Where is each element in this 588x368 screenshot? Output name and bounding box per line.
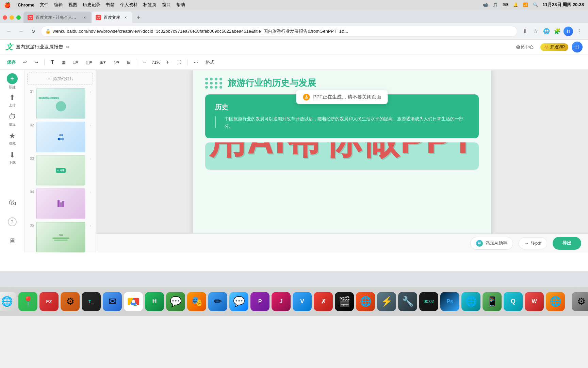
export-button[interactable]: 导出 (553, 237, 581, 250)
slide-thumb-5[interactable]: 内容 (36, 222, 85, 252)
menubar-keyboard-icon: ⌨ (503, 2, 508, 7)
sidebar-device[interactable]: 🖥 (3, 232, 21, 250)
apple-menu[interactable]: 🍎 (4, 2, 11, 8)
dock-app-q[interactable]: Q (504, 292, 523, 311)
dock-idea[interactable]: J (272, 292, 291, 311)
zoom-in-button[interactable]: + (164, 58, 172, 66)
align-button[interactable]: ⊞▾ (97, 58, 109, 67)
slide-expand-5[interactable]: › (87, 222, 93, 228)
dock-hbuilder[interactable]: H (145, 292, 164, 311)
translate-icon[interactable]: 🌐 (542, 27, 551, 36)
sidebar-new[interactable]: + 新建 (3, 73, 21, 90)
dock-app-blue2[interactable]: ✏ (208, 292, 227, 311)
tab-1-close[interactable]: ✕ (82, 15, 87, 20)
dock-vscode[interactable]: V (293, 292, 312, 311)
text-button[interactable]: T (48, 58, 57, 67)
slide-expand-1[interactable]: › (87, 88, 93, 94)
dock-wps[interactable]: W (525, 292, 544, 311)
to-pdf-button[interactable]: → 转pdf (519, 237, 547, 249)
dock-app-dark2[interactable]: ⚡ (377, 292, 396, 311)
more-button[interactable]: ⋯ (191, 58, 201, 67)
back-button[interactable]: ← (4, 27, 14, 36)
dock-filezilla[interactable]: FZ (39, 292, 59, 311)
sidebar-help[interactable]: ? (3, 213, 21, 231)
dock-script[interactable]: ⚙ (61, 292, 80, 311)
menubar-history[interactable]: 历史记录 (83, 2, 100, 8)
user-avatar[interactable]: H (572, 42, 583, 52)
bookmark-icon[interactable]: ☆ (531, 27, 540, 36)
menubar-chrome[interactable]: Chrome (18, 2, 34, 7)
chrome-menu-icon[interactable]: ⋮ (574, 27, 584, 36)
sidebar-favorites[interactable]: ★ 收藏 (3, 130, 21, 148)
slide-thumb-2[interactable]: 目录 (36, 122, 85, 152)
forward-button[interactable]: → (16, 27, 26, 36)
dock-app-red2[interactable]: ✗ (314, 292, 333, 311)
rotate-button[interactable]: ↻▾ (111, 58, 122, 67)
arrange-button[interactable]: ◫▾ (83, 58, 95, 67)
slide-thumb-1[interactable]: 国内旅游行业发展报告 (36, 88, 85, 119)
dock-photoshop[interactable]: Ps (440, 292, 459, 311)
dock-messages[interactable]: 💬 (229, 292, 248, 311)
shape-button[interactable]: □▾ (70, 58, 81, 67)
member-center-btn[interactable]: 会员中心 (512, 43, 537, 51)
dock-app-chrome3[interactable]: 🌐 (546, 292, 565, 311)
dock-app-teal2[interactable]: 🌐 (461, 292, 480, 311)
slide-expand-4[interactable]: › (87, 188, 93, 195)
tab-1[interactable]: 文 百度文库 - 让每个人平等地提... ✕ (23, 12, 92, 23)
menubar-profiles[interactable]: 个人资料 (120, 2, 138, 8)
add-slide-button[interactable]: ＋ 添加幻灯片 (27, 73, 93, 85)
edit-title-icon[interactable]: ✏ (66, 44, 70, 50)
table-button[interactable]: ▦ (59, 58, 68, 67)
fullscreen-button[interactable]: ⛶ (174, 58, 184, 67)
dock-wechat[interactable]: 💬 (166, 292, 185, 311)
reload-button[interactable]: ↻ (29, 27, 38, 36)
sidebar-shop[interactable]: 🛍 (3, 194, 21, 212)
menubar-tabs[interactable]: 标签页 (143, 2, 157, 8)
slide-thumb-3[interactable]: 01 标题 (36, 155, 85, 186)
slide-thumb-4[interactable] (36, 188, 85, 219)
sidebar-recent[interactable]: ⏱ 最近 (3, 111, 21, 128)
menubar-view[interactable]: 视图 (68, 2, 77, 8)
dock-chrome[interactable] (124, 292, 143, 311)
menubar-edit[interactable]: 编辑 (54, 2, 63, 8)
slide-expand-3[interactable]: › (87, 155, 93, 161)
menubar-file[interactable]: 文件 (40, 2, 49, 8)
menubar-bookmarks[interactable]: 书签 (106, 2, 115, 8)
dock-chrome2[interactable]: 🌐 (356, 292, 375, 311)
dock-android[interactable]: 📱 (483, 292, 502, 311)
new-tab-button[interactable]: ＋ (134, 12, 143, 22)
dock-safari[interactable]: 🌐 (0, 292, 16, 311)
menubar-search-icon[interactable]: 🔍 (533, 2, 538, 7)
dock-terminal[interactable]: T_ (82, 292, 101, 311)
menubar-help[interactable]: 帮助 (176, 2, 185, 8)
maximize-button[interactable] (16, 15, 21, 20)
undo-button[interactable]: ↩ (20, 58, 30, 67)
dock-timer[interactable]: 00:02 (419, 292, 438, 311)
dock-maps[interactable]: 📍 (18, 292, 37, 311)
url-bar[interactable]: 🔒 wenku.baidu.com/ndview/browse/createvi… (41, 26, 517, 37)
tab-2[interactable]: 文 百度文库 ✕ (92, 12, 132, 23)
zoom-out-button[interactable]: − (141, 58, 149, 66)
menubar-window[interactable]: 窗口 (162, 2, 171, 8)
redo-button[interactable]: ↪ (32, 58, 41, 67)
vip-button[interactable]: 👑 开通VIP (540, 43, 568, 51)
format-button[interactable]: 格式 (203, 58, 217, 67)
sidebar-upload[interactable]: ⬆ 上传 (3, 92, 21, 109)
dock-video-editor[interactable]: 🎬 (335, 292, 354, 311)
profile-avatar[interactable]: H (564, 27, 573, 36)
minimize-button[interactable] (10, 15, 14, 20)
dock-app-yellow[interactable]: 🎭 (187, 292, 206, 311)
sidebar-download[interactable]: ⬇ 下载 (3, 149, 21, 167)
close-button[interactable] (3, 15, 7, 20)
extensions-icon[interactable]: 🧩 (553, 27, 562, 36)
tab-2-close[interactable]: ✕ (123, 15, 128, 20)
share-icon[interactable]: ⬆ (520, 27, 529, 36)
dock-system-prefs[interactable]: ⚙ (572, 292, 588, 311)
dock-app-dark3[interactable]: 🔧 (398, 292, 417, 311)
slide-expand-2[interactable]: › (87, 122, 93, 128)
dock-mail[interactable]: ✉ (103, 292, 122, 311)
grid-button[interactable]: ⊞ (124, 58, 133, 67)
ai-assist-button[interactable]: AI 添加AI助手 (470, 237, 513, 250)
dock-phpstorm[interactable]: P (250, 292, 270, 311)
save-button[interactable]: 保存 (4, 58, 18, 67)
